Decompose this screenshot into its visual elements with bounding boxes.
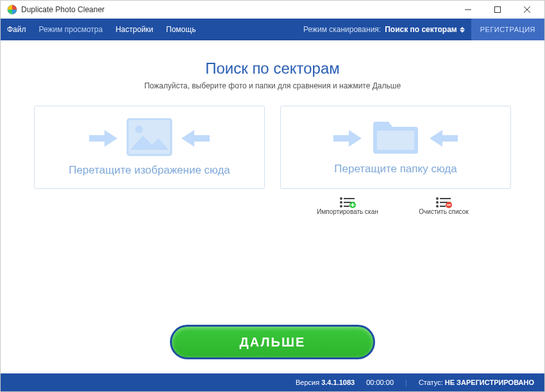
next-button[interactable]: ДАЛЬШЕ bbox=[170, 325, 375, 359]
version-label: Версия 3.4.1.1083 bbox=[296, 379, 355, 386]
drop-image-label: Перетащите изображение сюда bbox=[69, 164, 230, 177]
svg-point-8 bbox=[340, 197, 342, 200]
app-title: Duplicate Photo Cleaner bbox=[21, 5, 453, 14]
svg-point-17 bbox=[436, 197, 439, 200]
titlebar: Duplicate Photo Cleaner bbox=[1, 1, 544, 19]
arrow-left-icon bbox=[181, 129, 210, 148]
image-icon bbox=[126, 118, 172, 159]
svg-point-12 bbox=[340, 205, 342, 208]
arrow-left-icon bbox=[430, 129, 458, 148]
drop-folder-label: Перетащите папку сюда bbox=[334, 163, 457, 176]
window-controls bbox=[453, 1, 542, 19]
arrow-right-icon bbox=[89, 129, 117, 148]
content-area: Поиск по секторам Пожалуйста, выберите ф… bbox=[1, 40, 544, 373]
elapsed-time: 00:00:00 bbox=[366, 379, 394, 386]
close-button[interactable] bbox=[512, 1, 542, 19]
next-button-label: ДАЛЬШЕ bbox=[240, 335, 306, 350]
clear-list-label: Очистить список bbox=[419, 208, 468, 215]
scan-mode-label: Режим сканирования: bbox=[303, 25, 381, 34]
svg-point-10 bbox=[340, 201, 342, 204]
drop-zone-image[interactable]: Перетащите изображение сюда bbox=[34, 106, 265, 189]
arrow-right-icon bbox=[333, 129, 362, 148]
scan-mode-dropdown-icon[interactable] bbox=[460, 27, 465, 33]
app-icon bbox=[7, 4, 17, 15]
drop-zones-row: Перетащите изображение сюда Перетащите п… bbox=[34, 106, 511, 189]
svg-rect-2 bbox=[495, 7, 501, 13]
status-label: Статус: НЕ ЗАРЕГИСТРИРОВАНО bbox=[419, 379, 534, 386]
app-window: Duplicate Photo Cleaner Файл Режим просм… bbox=[0, 0, 545, 392]
menu-view-mode[interactable]: Режим просмотра bbox=[33, 19, 110, 40]
import-scan-icon bbox=[339, 197, 356, 208]
clear-list-button[interactable]: Очистить список bbox=[408, 197, 479, 215]
svg-point-6 bbox=[135, 126, 143, 133]
separator: | bbox=[405, 379, 407, 386]
menubar: Файл Режим просмотра Настройки Помощь Ре… bbox=[1, 19, 544, 40]
registration-button[interactable]: РЕГИСТРАЦИЯ bbox=[471, 19, 544, 40]
scan-mode-value[interactable]: Поиск по секторам bbox=[385, 25, 457, 34]
maximize-button[interactable] bbox=[483, 1, 512, 19]
minimize-button[interactable] bbox=[453, 1, 483, 19]
svg-rect-7 bbox=[377, 131, 414, 150]
menu-file[interactable]: Файл bbox=[1, 19, 33, 40]
menu-settings[interactable]: Настройки bbox=[109, 19, 160, 40]
svg-point-19 bbox=[436, 201, 439, 204]
folder-icon bbox=[371, 119, 421, 158]
clear-list-icon bbox=[435, 197, 452, 208]
menu-help[interactable]: Помощь bbox=[160, 19, 202, 40]
import-scan-button[interactable]: Импортировать скан bbox=[312, 197, 383, 215]
statusbar: Версия 3.4.1.1083 00:00:00 | Статус: НЕ … bbox=[1, 373, 544, 391]
page-subheading: Пожалуйста, выберите фото и папки для ср… bbox=[144, 81, 401, 90]
drop-zone-folder[interactable]: Перетащите папку сюда bbox=[280, 106, 511, 189]
import-scan-label: Импортировать скан bbox=[317, 208, 378, 215]
page-heading: Поиск по секторам bbox=[205, 60, 340, 78]
actions-row: Импортировать скан Очистить список bbox=[34, 197, 511, 215]
svg-point-21 bbox=[436, 205, 439, 208]
